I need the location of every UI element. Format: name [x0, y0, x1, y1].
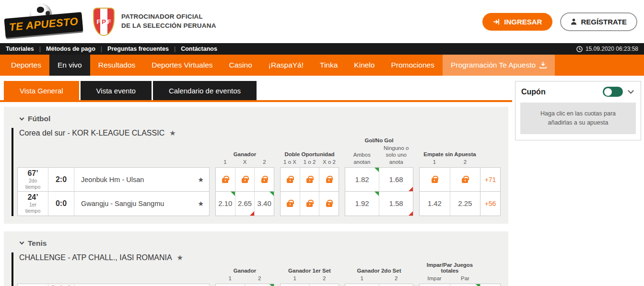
- favorite-star-icon[interactable]: ★: [169, 129, 176, 137]
- favorite-star-icon[interactable]: ★: [198, 176, 204, 183]
- trend-up-icon: [231, 192, 235, 196]
- match-score: 0:0: [48, 192, 74, 215]
- chevron-down-icon: [20, 240, 24, 245]
- more-markets-cell[interactable]: +71: [480, 167, 501, 192]
- odds-cell[interactable]: 2.10: [216, 192, 235, 215]
- odds-cell[interactable]: 1.42: [420, 192, 450, 215]
- market-group-columns: 12: [215, 275, 274, 282]
- nav-item-label: Tinka: [320, 61, 338, 69]
- locked-odds-cell: [379, 284, 413, 286]
- market-group-label: Impar/Par Juegos totales: [419, 262, 480, 275]
- te-apuesto-logo[interactable]: TE APUESTO: [5, 3, 81, 40]
- match-info-box: 24’1ertiempo0:0Gwangju - Sangju Sangmu★: [17, 191, 210, 216]
- market-group-columns: 1 o X1 o 2X o 2: [280, 159, 339, 166]
- main-column: Vista GeneralVista eventoCalendario de e…: [0, 81, 512, 286]
- coupon-panel: Cupón Haga clic en las cuotas para añadi…: [515, 81, 641, 140]
- odds-cell[interactable]: 1.85: [450, 284, 480, 286]
- divider: |: [101, 46, 102, 52]
- odds-value: 2.10: [218, 199, 232, 207]
- nav-item-deportes[interactable]: Deportes: [3, 55, 49, 76]
- nav-item-tinka[interactable]: Tinka: [312, 55, 346, 76]
- trend-down-icon: [409, 187, 413, 191]
- market-group-label: Ganador: [215, 151, 274, 159]
- nav-item-label: Kinelo: [354, 61, 375, 69]
- odds-cell[interactable]: 1.90: [245, 284, 274, 286]
- match-minute: 67’: [27, 169, 38, 178]
- chevron-down-icon[interactable]: [628, 88, 634, 94]
- odds-group-ganador: 2.102.653.40: [215, 191, 274, 216]
- chevron-down-icon: [20, 115, 24, 120]
- more-markets-cell[interactable]: +2: [480, 284, 501, 286]
- tab-vista-evento[interactable]: Vista evento: [81, 81, 152, 100]
- score-value: 0:0: [56, 199, 67, 208]
- utility-link-contactanos[interactable]: Contáctanos: [181, 46, 217, 52]
- lock-icon: [432, 178, 438, 183]
- odds-cell[interactable]: 2.25: [450, 192, 480, 215]
- lock-icon: [326, 178, 332, 183]
- odds-cell[interactable]: 2.65: [235, 192, 255, 215]
- market-group-label: Ganador: [215, 268, 274, 275]
- market-col-label: X o 2: [319, 159, 339, 166]
- odds-cell[interactable]: 1.65: [420, 284, 450, 286]
- more-markets-cell[interactable]: +56: [480, 191, 501, 216]
- tab-calendario-de-eventos[interactable]: Calendario de eventos: [153, 81, 257, 100]
- match-teams[interactable]: Marcelo Barrios Vera - Copil Marius★: [74, 284, 209, 286]
- market-group-label: Ganador 1er Set: [280, 268, 339, 275]
- odds-cell[interactable]: 1.60: [216, 284, 245, 286]
- locked-odds-cell: [450, 168, 480, 191]
- login-button[interactable]: INGRESAR: [482, 13, 552, 31]
- nav-item-kinelo[interactable]: Kinelo: [346, 55, 383, 76]
- utility-link-tutoriales[interactable]: Tutoriales: [6, 46, 34, 52]
- locked-odds-cell: [216, 168, 235, 191]
- nav-item-deportes-virtuales[interactable]: Deportes Virtuales: [143, 55, 221, 76]
- nav-item-casino[interactable]: Casino: [221, 55, 260, 76]
- page: TE APUESTO F P F PATROCINADOR OFICIAL DE…: [0, 0, 644, 286]
- locked-odds-cell: [309, 284, 339, 286]
- view-tabs: Vista GeneralVista eventoCalendario de e…: [4, 81, 512, 100]
- nav-item-raspaya[interactable]: ¡RaspaYá!: [260, 55, 312, 76]
- lock-icon: [462, 178, 468, 183]
- register-button[interactable]: REGÍSTRATE: [560, 12, 637, 31]
- locked-odds-cell: [281, 168, 300, 191]
- nav-item-en-vivo[interactable]: En vivo: [49, 55, 90, 76]
- odds-cell[interactable]: 1.92: [345, 192, 379, 215]
- lock-icon: [326, 202, 332, 207]
- favorite-star-icon[interactable]: ★: [198, 200, 204, 207]
- tab-vista-general[interactable]: Vista General: [4, 81, 79, 100]
- trend-up-icon: [375, 168, 379, 172]
- match-teams[interactable]: Jeonbuk Hm - Ulsan★: [74, 168, 209, 191]
- market-col-label: 1 o X: [280, 159, 300, 166]
- sport-header-tenis[interactable]: Tenis: [12, 237, 501, 252]
- odds-cell[interactable]: 1.82: [345, 168, 379, 191]
- locked-odds-cell: [345, 284, 379, 286]
- nav-item-programacion-te-apuesto[interactable]: Programación Te Apuesto: [443, 55, 555, 76]
- score-value: 2:0: [56, 175, 67, 184]
- coupon-hint: Haga clic en las cuotas para añadirlas a…: [520, 103, 636, 134]
- nav-item-label: Deportes: [11, 61, 41, 69]
- coupon-header: Cupón: [515, 81, 641, 102]
- odds-group-doble-oportunidad: [280, 167, 339, 192]
- match-row: 3ro set5 6 07 3 04040Marcelo Barrios Ver…: [17, 284, 501, 286]
- toggle-knob: [604, 88, 612, 96]
- coupon-toggle[interactable]: [603, 87, 623, 97]
- content-area: Vista GeneralVista eventoCalendario de e…: [0, 76, 644, 286]
- utility-link-preguntas-frecuentes[interactable]: Preguntas frecuentes: [107, 46, 169, 52]
- league-title: CHALLENGE - ATP CHALL., IASI ROMANIA★: [17, 252, 501, 262]
- match-time: 3ro set: [18, 284, 48, 286]
- match-teams[interactable]: Gwangju - Sangju Sangmu★: [74, 192, 209, 215]
- market-col-label: 2: [450, 159, 480, 166]
- odds-cell[interactable]: 1.68: [379, 168, 413, 191]
- utility-link-metodos-de-pago[interactable]: Métodos de pago: [46, 46, 95, 52]
- odds-cell[interactable]: 3.40: [254, 192, 274, 215]
- nav-item-promociones[interactable]: Promociones: [383, 55, 442, 76]
- nav-item-resultados[interactable]: Resultados: [90, 55, 144, 76]
- market-header: Ganador12Ganador 1er Set12Ganador 2do Se…: [17, 262, 501, 284]
- tab-underline: [0, 100, 512, 102]
- odds-cell[interactable]: 1.58: [379, 192, 413, 215]
- match-row: 67’2dotiempo2:0Jeonbuk Hm - Ulsan★1.821.…: [17, 167, 501, 192]
- trend-down-icon: [409, 211, 413, 216]
- sport-header-futbol[interactable]: Fútbol: [12, 113, 501, 128]
- favorite-star-icon[interactable]: ★: [177, 253, 183, 262]
- odds-value: 1.68: [389, 175, 403, 183]
- market-group-columns: Ambos anotanNinguno o solo uno anota: [345, 145, 413, 166]
